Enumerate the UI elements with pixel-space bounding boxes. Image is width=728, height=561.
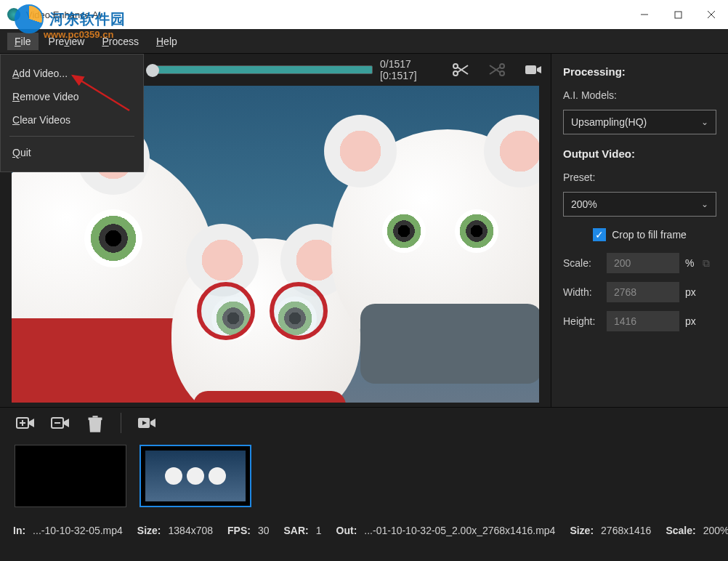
ai-model-dropdown[interactable]: Upsampling(HQ) ⌄: [563, 110, 716, 134]
preset-value: 200%: [571, 198, 597, 210]
out-size-label: Size:: [570, 525, 594, 536]
in-size-label: Size:: [137, 525, 161, 536]
menu-remove-video[interactable]: Remove Video: [1, 85, 143, 108]
crop-checkbox-row[interactable]: ✓ Crop to fill frame: [563, 225, 716, 244]
in-value: ...-10-10-32-05.mp4: [33, 525, 123, 536]
out-value: ...-01-10-10-32-05_2.00x_2768x1416.mp4: [364, 525, 555, 536]
in-label: In:: [13, 525, 25, 536]
menu-process[interactable]: Process: [94, 33, 146, 50]
titlebar: Video Enhance AI: [0, 0, 728, 29]
action-bar: [0, 407, 728, 437]
scale-input[interactable]: 200: [607, 253, 679, 273]
menu-add-video[interactable]: Add Video...: [1, 62, 143, 85]
preset-dropdown[interactable]: 200% ⌄: [563, 192, 716, 217]
minimize-button[interactable]: [628, 0, 661, 29]
right-panel: Processing: A.I. Models: Upsampling(HQ) …: [551, 54, 728, 407]
height-input[interactable]: 1416: [607, 311, 679, 331]
svg-rect-13: [525, 65, 536, 74]
cut-start-icon[interactable]: [452, 62, 469, 77]
ai-models-label: A.I. Models:: [563, 89, 716, 101]
scale-label: Scale:: [563, 257, 601, 269]
timeline-label: 0/1517 [0:1517]: [380, 58, 445, 81]
out-size-value: 2768x1416: [601, 525, 651, 536]
width-label: Width:: [563, 286, 601, 298]
separator: [121, 413, 121, 433]
output-video-heading: Output Video:: [563, 148, 716, 160]
close-button[interactable]: [695, 0, 728, 29]
height-label: Height:: [563, 315, 601, 327]
scale-unit: %: [685, 257, 694, 269]
remove-video-icon[interactable]: [51, 415, 70, 431]
in-size-value: 1384x708: [169, 525, 214, 536]
svg-line-7: [457, 67, 468, 74]
width-input[interactable]: 2768: [607, 282, 679, 302]
fps-label: FPS:: [227, 525, 251, 536]
svg-rect-1: [675, 12, 682, 18]
scale-status-label: Scale:: [666, 525, 695, 536]
fps-value: 30: [258, 525, 270, 536]
menu-help[interactable]: Help: [149, 33, 185, 50]
window-controls: [628, 0, 728, 29]
ai-model-value: Upsampling(HQ): [571, 116, 647, 128]
timeline-cursor[interactable]: [146, 64, 159, 77]
checkbox-checked-icon[interactable]: ✓: [593, 228, 606, 241]
menu-file[interactable]: File: [7, 33, 39, 50]
svg-line-11: [490, 67, 501, 74]
sar-label: SAR:: [284, 525, 309, 536]
scale-status-value: 200%: [703, 525, 728, 536]
maximize-button[interactable]: [661, 0, 695, 29]
thumbnail-strip: [0, 437, 728, 516]
cut-end-icon[interactable]: [488, 62, 506, 77]
app-logo-icon: [7, 8, 20, 21]
thumbnail-selected[interactable]: [139, 445, 251, 507]
status-bar: In: ...-10-10-32-05.mp4 Size: 1384x708 F…: [0, 516, 728, 545]
chevron-down-icon: ⌄: [701, 199, 708, 209]
svg-line-12: [490, 65, 501, 73]
width-unit: px: [685, 286, 696, 298]
link-icon[interactable]: ⧉: [703, 257, 710, 270]
camera-icon[interactable]: [525, 62, 542, 77]
timeline-slider[interactable]: [147, 65, 373, 74]
svg-line-8: [457, 65, 468, 73]
play-video-icon[interactable]: [137, 415, 156, 431]
height-unit: px: [685, 315, 696, 327]
menu-clear-videos[interactable]: Clear Videos: [1, 108, 143, 132]
menubar: File Preview Process Help: [0, 29, 728, 54]
window-title: Video Enhance AI: [26, 9, 101, 20]
file-menu-dropdown: Add Video... Remove Video Clear Videos Q…: [0, 54, 144, 172]
svg-rect-20: [92, 416, 97, 417]
chevron-down-icon: ⌄: [701, 117, 708, 127]
add-video-icon[interactable]: [16, 415, 35, 431]
menu-separator: [9, 136, 134, 137]
processing-heading: Processing:: [563, 65, 716, 78]
menu-preview[interactable]: Preview: [41, 33, 92, 50]
preset-label: Preset:: [563, 171, 716, 183]
crop-label: Crop to fill frame: [612, 229, 687, 241]
sar-value: 1: [316, 525, 322, 536]
menu-quit[interactable]: Quit: [1, 141, 143, 164]
trash-icon[interactable]: [86, 415, 105, 431]
svg-rect-19: [89, 417, 102, 420]
thumbnail-empty[interactable]: [15, 445, 126, 507]
out-label: Out:: [336, 525, 357, 536]
